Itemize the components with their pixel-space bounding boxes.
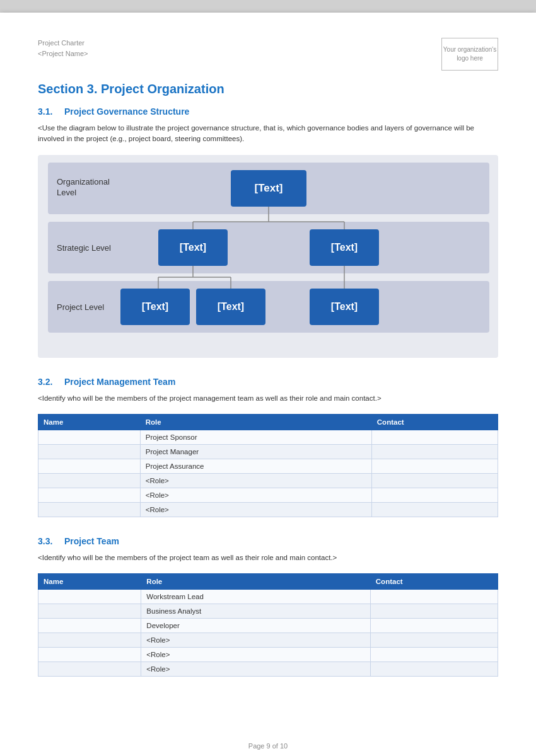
table-cell <box>38 604 141 619</box>
table-cell: Project Sponsor <box>140 430 371 444</box>
table-cell <box>371 502 498 517</box>
svg-text:[Text]: [Text] <box>254 182 283 194</box>
doc-title-line1: Project Charter <box>38 38 88 49</box>
table-cell: Project Assurance <box>140 459 371 473</box>
subsection-3-3-header: 3.3. Project Team <box>38 536 498 546</box>
table-cell <box>370 662 498 677</box>
table-header-row: Name Role Contact <box>38 414 498 430</box>
page-footer: Page 9 of 10 <box>0 742 536 750</box>
col-role: Role <box>141 574 370 590</box>
project-team-table: Name Role Contact Workstream LeadBusines… <box>38 573 498 677</box>
table-cell <box>371 488 498 502</box>
table-cell <box>371 473 498 488</box>
table-row: Project Sponsor <box>38 430 498 444</box>
svg-rect-2 <box>48 281 489 333</box>
table-cell <box>38 502 141 517</box>
table-cell <box>38 633 141 648</box>
table-row: Developer <box>38 619 498 633</box>
org-chart: Organizational Level Strategic Level Pro… <box>38 155 498 358</box>
col-contact: Contact <box>370 574 498 590</box>
subsection-3-2-title: Project Management Team <box>64 377 175 387</box>
subsection-3-2-number: 3.2. <box>38 377 57 387</box>
table-cell <box>38 619 141 633</box>
subsection-3-3-title: Project Team <box>64 536 119 546</box>
table-cell: <Role> <box>141 633 370 648</box>
svg-text:Strategic Level: Strategic Level <box>57 243 111 253</box>
subsection-3-2-description: <Identify who will be the members of the… <box>38 393 498 404</box>
table-cell: <Role> <box>140 488 371 502</box>
table-cell: Project Manager <box>140 444 371 459</box>
table-cell <box>38 459 141 473</box>
document-title: Project Charter <Project Name> <box>38 38 88 59</box>
table-row: Workstream Lead <box>38 590 498 604</box>
svg-text:[Text]: [Text] <box>142 301 168 312</box>
subsection-3-1-header: 3.1. Project Governance Structure <box>38 106 498 117</box>
svg-text:Organizational: Organizational <box>57 177 110 186</box>
svg-text:[Text]: [Text] <box>331 301 358 312</box>
table-cell: <Role> <box>140 473 371 488</box>
subsection-3-1-title: Project Governance Structure <box>64 106 189 117</box>
table-cell <box>371 459 498 473</box>
col-name: Name <box>38 414 141 430</box>
table-row: <Role> <box>38 648 498 662</box>
table-cell <box>38 648 141 662</box>
table-cell <box>38 590 141 604</box>
table-cell: Business Analyst <box>141 604 370 619</box>
table-cell <box>370 633 498 648</box>
org-chart-svg: Organizational Level Strategic Level Pro… <box>48 163 489 345</box>
management-team-table: Name Role Contact Project SponsorProject… <box>38 414 498 517</box>
subsection-3-3-description: <Identify who will be the members of the… <box>38 553 498 563</box>
table-row: <Role> <box>38 473 498 488</box>
table-cell: <Role> <box>141 662 370 677</box>
subsection-3-1-number: 3.1. <box>38 106 57 117</box>
table-cell: Workstream Lead <box>141 590 370 604</box>
section-title: Section 3. Project Organization <box>38 82 498 96</box>
table-cell <box>371 444 498 459</box>
table-cell: Developer <box>141 619 370 633</box>
col-contact: Contact <box>371 414 498 430</box>
table-row: Business Analyst <box>38 604 498 619</box>
svg-rect-1 <box>48 222 489 273</box>
subsection-3-2-header: 3.2. Project Management Team <box>38 377 498 387</box>
svg-text:Level: Level <box>57 188 76 197</box>
table-row: <Role> <box>38 662 498 677</box>
svg-text:[Text]: [Text] <box>331 242 358 253</box>
table-cell <box>38 473 141 488</box>
page-header: Project Charter <Project Name> Your orga… <box>38 38 498 71</box>
table-cell: <Role> <box>140 502 371 517</box>
doc-title-line2: <Project Name> <box>38 49 88 59</box>
page: Project Charter <Project Name> Your orga… <box>0 13 536 756</box>
table-row: <Role> <box>38 502 498 517</box>
table-cell <box>38 444 141 459</box>
table-row: Project Assurance <box>38 459 498 473</box>
table-cell: <Role> <box>141 648 370 662</box>
table-row: <Role> <box>38 488 498 502</box>
svg-text:Project Level: Project Level <box>57 302 104 312</box>
table-cell <box>370 590 498 604</box>
table-cell <box>38 662 141 677</box>
table-header-row: Name Role Contact <box>38 574 498 590</box>
table-cell <box>370 604 498 619</box>
svg-text:[Text]: [Text] <box>180 242 206 253</box>
col-name: Name <box>38 574 141 590</box>
table-cell <box>38 488 141 502</box>
logo-placeholder: Your organization's logo here <box>441 38 498 71</box>
col-role: Role <box>140 414 371 430</box>
table-cell <box>370 619 498 633</box>
table-cell <box>370 648 498 662</box>
table-row: <Role> <box>38 633 498 648</box>
svg-text:[Text]: [Text] <box>218 301 244 312</box>
subsection-3-3-number: 3.3. <box>38 536 57 546</box>
subsection-3-1-description: <Use the diagram below to illustrate the… <box>38 123 498 145</box>
table-cell <box>371 430 498 444</box>
table-row: Project Manager <box>38 444 498 459</box>
table-cell <box>38 430 141 444</box>
